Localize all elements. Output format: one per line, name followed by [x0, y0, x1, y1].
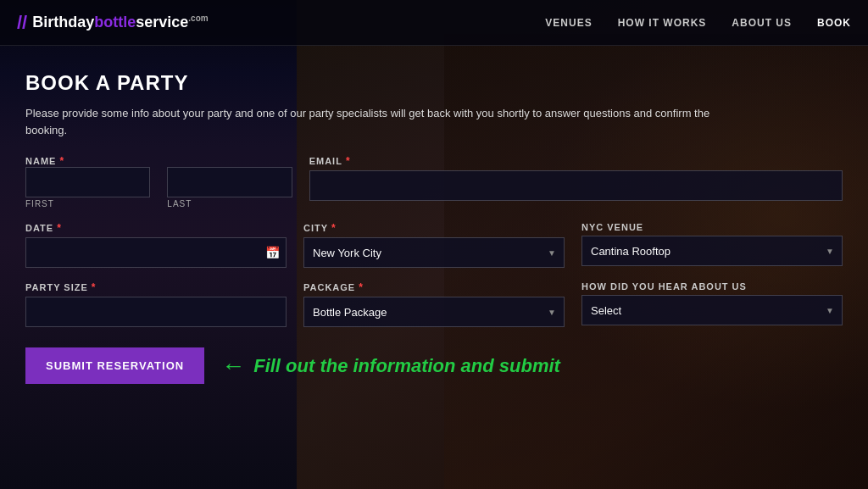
site-header: // Birthdaybottleservice.com VENUES HOW … — [0, 0, 868, 46]
email-group: EMAIL * — [309, 155, 843, 201]
party-size-required: * — [92, 281, 97, 293]
city-required: * — [331, 222, 337, 234]
logo-slashes: // — [17, 14, 27, 32]
form-row-name-email: NAME * FIRST LAST EMAIL — [25, 155, 843, 208]
nyc-venue-select[interactable]: Cantina Rooftop — [581, 236, 843, 266]
form-row-date-city-venue: DATE * 📅 CITY * New York City — [25, 222, 843, 268]
nav-venues[interactable]: VENUES — [545, 17, 592, 29]
city-select-wrapper: New York City — [303, 237, 565, 268]
logo-birthday: Birthday — [32, 14, 94, 31]
party-size-input[interactable] — [25, 297, 287, 327]
first-label: FIRST — [25, 199, 150, 208]
logo-service: service — [136, 14, 188, 31]
name-group: NAME * FIRST LAST — [25, 155, 292, 208]
calendar-icon: 📅 — [265, 246, 280, 259]
name-label: NAME * — [25, 155, 292, 167]
package-label: PACKAGE * — [303, 281, 565, 293]
logo[interactable]: // Birthdaybottleservice.com — [17, 14, 209, 32]
arrow-left-icon: ← — [221, 353, 245, 380]
booking-form: NAME * FIRST LAST EMAIL — [25, 155, 843, 384]
submit-row: SUBMIT RESERVATION ← Fill out the inform… — [25, 347, 843, 384]
submit-button[interactable]: SUBMIT RESERVATION — [25, 347, 204, 384]
date-required: * — [57, 222, 62, 234]
page-title: BOOK A PARTY — [25, 71, 843, 95]
nav-about-us[interactable]: ABOUT US — [732, 17, 792, 29]
last-label: LAST — [167, 199, 292, 208]
city-group: CITY * New York City — [303, 222, 565, 268]
form-row-size-package-hear: PARTY SIZE * PACKAGE * Bottle Package — [25, 281, 843, 327]
logo-com: .com — [188, 14, 208, 23]
package-required: * — [359, 281, 364, 293]
nyc-venue-group: NYC VENUE Cantina Rooftop — [581, 222, 843, 266]
how-hear-label: HOW DID YOU HEAR ABOUT US — [581, 281, 843, 292]
package-select-wrapper: Bottle Package — [303, 297, 565, 327]
party-size-label: PARTY SIZE * — [25, 281, 287, 293]
name-required: * — [59, 155, 64, 167]
logo-bottle: bottle — [94, 14, 136, 31]
package-group: PACKAGE * Bottle Package — [303, 281, 565, 327]
how-hear-select-wrapper: Select — [581, 295, 843, 325]
email-label: EMAIL * — [309, 155, 843, 167]
how-hear-select[interactable]: Select — [581, 295, 843, 325]
nyc-venue-select-wrapper: Cantina Rooftop — [581, 236, 843, 266]
form-description: Please provide some info about your part… — [25, 105, 746, 138]
date-input[interactable] — [25, 237, 287, 268]
submit-annotation: ← Fill out the information and submit — [221, 353, 560, 380]
first-name-group: FIRST — [25, 167, 150, 208]
name-inputs: FIRST LAST — [25, 167, 292, 208]
date-group: DATE * 📅 — [25, 222, 287, 268]
package-select[interactable]: Bottle Package — [303, 297, 565, 327]
nyc-venue-label: NYC VENUE — [581, 222, 843, 232]
city-select[interactable]: New York City — [303, 237, 565, 268]
nav-how-it-works[interactable]: HOW IT WORKS — [618, 17, 707, 29]
city-label: CITY * — [303, 222, 565, 234]
email-input[interactable] — [309, 170, 843, 201]
nav-book[interactable]: BOOK — [817, 17, 851, 29]
date-wrapper: 📅 — [25, 237, 287, 268]
last-name-group: LAST — [167, 167, 292, 208]
first-name-input[interactable] — [25, 167, 150, 197]
last-name-input[interactable] — [167, 167, 292, 197]
email-required: * — [346, 155, 351, 167]
how-hear-group: HOW DID YOU HEAR ABOUT US Select — [581, 281, 843, 325]
annotation-text: Fill out the information and submit — [253, 355, 560, 377]
main-nav: VENUES HOW IT WORKS ABOUT US BOOK — [545, 17, 851, 29]
date-label: DATE * — [25, 222, 287, 234]
main-content: BOOK A PARTY Please provide some info ab… — [0, 46, 868, 401]
logo-text: Birthdaybottleservice.com — [32, 14, 208, 31]
party-size-group: PARTY SIZE * — [25, 281, 287, 327]
